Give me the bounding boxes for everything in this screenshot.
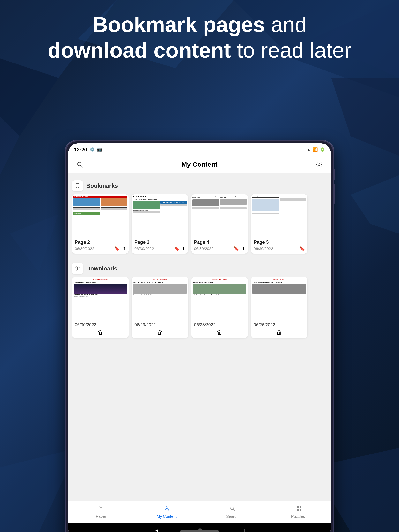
delete-icon-3[interactable]: 🗑 bbox=[217, 329, 222, 336]
download-card-4-image: Whittier Daily N... Action shifts after … bbox=[251, 277, 308, 320]
bookmark-card-1-date: 06/30/2022 bbox=[75, 247, 94, 251]
bookmark-card-1-footer: Page 2 06/30/2022 🔖 ⬆ bbox=[72, 237, 129, 253]
bookmark-card-3-page: Page 4 bbox=[194, 240, 245, 245]
delete-icon-2[interactable]: 🗑 bbox=[157, 329, 163, 336]
bookmark-card-3-image: Trial winds down in shooting death of ra… bbox=[191, 194, 248, 237]
page-title: My Content bbox=[181, 161, 217, 168]
downloads-row[interactable]: Whittier Daily News Cheney: Protect free… bbox=[72, 277, 327, 341]
bookmark-card-2[interactable]: ●LOCAL NEWS Former Rosemead city manager… bbox=[132, 194, 188, 253]
header-regular-2: to read later bbox=[231, 38, 351, 62]
bookmark-card-4-footer: Page 5 06/30/2022 🔖 bbox=[251, 237, 308, 253]
bookmark-card-4-actions: 🔖 bbox=[299, 246, 305, 251]
tablet-screen: 12:20 ⚙️ 📷 ▲ 📶 🔋 My Cont bbox=[68, 143, 331, 532]
bookmark-card-3-actions: 🔖 ⬆ bbox=[234, 246, 245, 251]
status-left: 12:20 ⚙️ 📷 bbox=[74, 147, 102, 153]
download-card-2-action: 🗑 bbox=[135, 329, 186, 336]
download-card-3-image: Whittier Daily News Russian missile hits… bbox=[191, 277, 248, 320]
nav-item-search[interactable]: Search bbox=[200, 504, 265, 521]
bookmark-card-4-meta: 06/30/2022 🔖 bbox=[254, 246, 305, 251]
svg-line-13 bbox=[81, 165, 83, 167]
nav-puzzles-icon bbox=[295, 506, 301, 513]
bookmark-card-4-page: Page 5 bbox=[254, 240, 305, 245]
nav-search-label: Search bbox=[226, 514, 238, 519]
nav-puzzles-label: Puzzles bbox=[291, 514, 305, 519]
content-area[interactable]: Bookmarks START YOUR DAY HERE bbox=[68, 173, 331, 501]
header-bold-2: download content bbox=[48, 38, 231, 62]
share-icon-3[interactable]: ⬆ bbox=[242, 246, 245, 251]
nav-paper-icon bbox=[98, 506, 104, 513]
status-time: 12:20 bbox=[74, 147, 87, 153]
nav-item-paper[interactable]: Paper bbox=[68, 504, 134, 521]
delete-icon-1[interactable]: 🗑 bbox=[98, 329, 103, 336]
header-bold-1: Bookmark pages bbox=[92, 13, 265, 36]
bookmark-card-3-date: 06/30/2022 bbox=[194, 247, 213, 251]
download-card-2[interactable]: Whittier Daily News AIDE: TRUMP TRIED TO… bbox=[132, 277, 188, 338]
tablet-frame: 12:20 ⚙️ 📷 ▲ 📶 🔋 My Cont bbox=[65, 140, 334, 532]
bottom-spacer bbox=[72, 343, 327, 347]
svg-rect-17 bbox=[99, 506, 103, 511]
bookmark-icon-2[interactable]: 🔖 bbox=[174, 246, 179, 251]
promo-header: Bookmark pages and download content to r… bbox=[0, 12, 399, 63]
bookmark-card-2-date: 06/30/2022 bbox=[135, 247, 154, 251]
volume-button bbox=[333, 169, 335, 180]
share-icon-2[interactable]: ⬆ bbox=[182, 246, 186, 251]
download-card-4-footer: 06/26/2022 🗑 bbox=[251, 320, 308, 338]
bookmarks-icon bbox=[72, 180, 83, 191]
bookmark-card-1-page: Page 2 bbox=[75, 240, 126, 245]
status-bar: 12:20 ⚙️ 📷 ▲ 📶 🔋 bbox=[68, 143, 331, 156]
download-card-3-action: 🗑 bbox=[194, 329, 245, 336]
download-card-4-date: 06/26/2022 bbox=[254, 322, 305, 327]
settings-status-icon: ⚙️ bbox=[90, 147, 95, 152]
camera-status-icon: 📷 bbox=[97, 147, 102, 152]
download-card-3[interactable]: Whittier Daily News Russian missile hits… bbox=[191, 277, 248, 338]
wifi-icon: ▲ bbox=[307, 147, 310, 152]
nav-item-my-content[interactable]: My Content bbox=[134, 504, 200, 521]
svg-rect-26 bbox=[296, 509, 298, 511]
bottom-navigation: Paper My Content bbox=[68, 501, 331, 523]
battery-icon: 🔋 bbox=[320, 147, 325, 152]
svg-rect-25 bbox=[298, 506, 300, 508]
settings-button[interactable] bbox=[313, 159, 325, 170]
bookmark-card-2-image: ●LOCAL NEWS Former Rosemead city manager… bbox=[132, 194, 188, 237]
bookmark-card-3[interactable]: Trial winds down in shooting death of ra… bbox=[191, 194, 248, 253]
svg-rect-27 bbox=[298, 509, 300, 511]
top-app-bar: My Content bbox=[68, 156, 331, 173]
downloads-section-header: Downloads bbox=[72, 260, 327, 277]
bookmark-card-2-page: Page 3 bbox=[135, 240, 186, 245]
download-card-4-action: 🗑 bbox=[254, 329, 305, 336]
share-icon-1[interactable]: ⬆ bbox=[122, 246, 126, 251]
download-card-1-date: 06/30/2022 bbox=[75, 322, 126, 327]
download-card-4[interactable]: Whittier Daily N... Action shifts after … bbox=[251, 277, 308, 338]
download-card-1-action: 🗑 bbox=[75, 329, 126, 336]
download-card-2-date: 06/29/2022 bbox=[135, 322, 186, 327]
search-button[interactable] bbox=[74, 159, 86, 170]
bookmarks-row[interactable]: START YOUR DAY HERE bbox=[72, 194, 327, 257]
svg-marker-10 bbox=[10, 214, 58, 273]
svg-point-14 bbox=[318, 164, 320, 165]
delete-icon-4[interactable]: 🗑 bbox=[277, 329, 282, 336]
bookmark-card-2-footer: Page 3 06/30/2022 🔖 ⬆ bbox=[132, 237, 188, 253]
bookmark-card-2-actions: 🔖 ⬆ bbox=[174, 246, 186, 251]
bookmark-icon-1[interactable]: 🔖 bbox=[114, 246, 120, 251]
download-card-3-footer: 06/28/2022 🗑 bbox=[191, 320, 248, 338]
bookmark-card-1-actions: 🔖 ⬆ bbox=[114, 246, 126, 251]
header-regular-1: and bbox=[265, 13, 307, 36]
nav-mycontent-label: My Content bbox=[157, 514, 176, 519]
download-card-2-image: Whittier Daily News AIDE: TRUMP TRIED TO… bbox=[132, 277, 188, 320]
back-button[interactable]: ◄ bbox=[154, 528, 159, 532]
bookmark-card-1[interactable]: START YOUR DAY HERE bbox=[72, 194, 129, 253]
bookmarks-title: Bookmarks bbox=[86, 183, 118, 189]
recents-button[interactable] bbox=[241, 529, 245, 532]
svg-line-23 bbox=[233, 509, 235, 511]
power-button bbox=[333, 184, 335, 204]
bookmark-card-3-meta: 06/30/2022 🔖 ⬆ bbox=[194, 246, 245, 251]
bookmark-icon-3[interactable]: 🔖 bbox=[234, 246, 239, 251]
bookmark-card-4[interactable]: Whittier Daily News bbox=[251, 194, 308, 253]
nav-item-puzzles[interactable]: Puzzles bbox=[265, 504, 331, 521]
signal-icon: 📶 bbox=[313, 147, 318, 152]
download-card-1[interactable]: Whittier Daily News Cheney: Protect free… bbox=[72, 277, 129, 338]
bookmark-card-3-footer: Page 4 06/30/2022 🔖 ⬆ bbox=[191, 237, 248, 253]
nav-mycontent-icon bbox=[164, 506, 170, 513]
svg-marker-6 bbox=[331, 78, 399, 156]
bookmark-icon-4[interactable]: 🔖 bbox=[299, 246, 305, 251]
